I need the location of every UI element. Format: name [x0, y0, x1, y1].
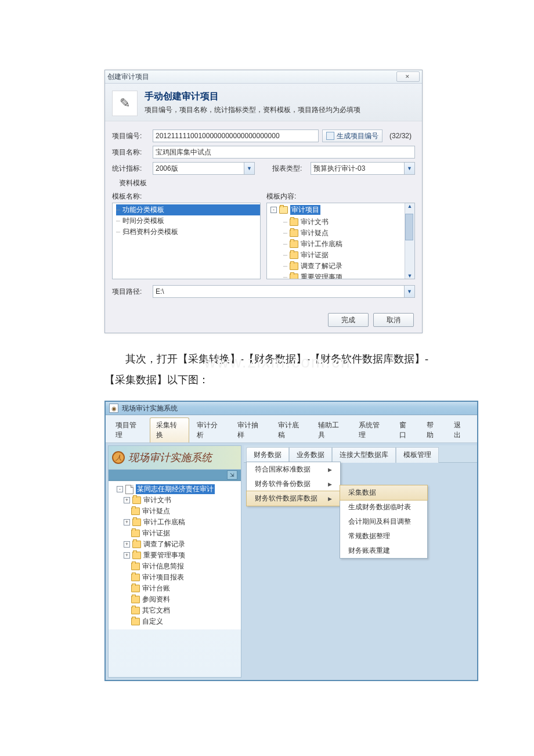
- stat-value: 2006版: [156, 164, 178, 174]
- chevron-right-icon: ▶: [328, 496, 332, 502]
- menu-item[interactable]: 采集转换: [150, 417, 189, 442]
- tab-item[interactable]: 业务数据: [289, 447, 332, 463]
- proj-path-combo[interactable]: E:\ ▼: [153, 285, 415, 298]
- pin-icon[interactable]: ⇲: [227, 470, 237, 480]
- tree-node[interactable]: ┈审计文书: [283, 217, 414, 228]
- dialog-header: ✎ 手动创建审计项目 项目编号，项目名称，统计指标类型，资料模板，项目路径均为必…: [105, 84, 422, 121]
- tpl-name-item[interactable]: ┈功能分类模板: [116, 204, 260, 215]
- tree-node[interactable]: +重要管理事项: [124, 550, 240, 561]
- tree-root[interactable]: -某同志任期经济责任审计: [117, 484, 240, 495]
- tpl-name-label: 模板名称:: [112, 192, 261, 201]
- dialog-heading: 手动创建审计项目: [145, 91, 360, 103]
- tree-node[interactable]: 审计台账: [124, 583, 240, 594]
- menu-item[interactable]: 审计底稿: [272, 417, 311, 442]
- tree-node[interactable]: ┈调查了解记录: [283, 261, 414, 272]
- tab-item[interactable]: 模板管理: [396, 447, 439, 463]
- tree-node[interactable]: 参阅资料: [124, 594, 240, 605]
- tree-node[interactable]: +调查了解记录: [124, 539, 240, 550]
- proj-path-value: E:\: [156, 287, 164, 296]
- window-titlebar: ◉ 现场审计实施系统: [106, 402, 477, 415]
- submenu-item[interactable]: 采集数据: [340, 485, 428, 501]
- proj-name-label: 项目名称:: [112, 147, 149, 157]
- tree-node[interactable]: +审计文书: [124, 495, 240, 506]
- tpl-name-item[interactable]: ┈时间分类模板: [116, 215, 260, 226]
- dialog-subheading: 项目编号，项目名称，统计指标类型，资料模板，项目路径均为必填项: [145, 105, 360, 115]
- tree-node[interactable]: +审计工作底稿: [124, 517, 240, 528]
- tpl-name-list[interactable]: ┈功能分类模板┈时间分类模板┈归档资料分类模板: [112, 203, 261, 279]
- generate-proj-no-button[interactable]: 生成项目编号: [322, 129, 383, 142]
- chevron-right-icon: ▶: [328, 481, 332, 487]
- scroll-thumb[interactable]: [405, 214, 413, 240]
- chevron-down-icon: ▼: [244, 163, 254, 174]
- chevron-right-icon: ▶: [328, 467, 332, 473]
- proj-name-input[interactable]: 宝鸡国库集中试点: [153, 146, 415, 159]
- tab-item[interactable]: 财务数据: [246, 447, 289, 463]
- proj-no-input[interactable]: 20121111100100000000000000000000: [153, 129, 319, 142]
- menu-item[interactable]: 项目管理: [109, 417, 149, 442]
- cancel-button[interactable]: 取消: [373, 313, 414, 327]
- submenu-item[interactable]: 生成财务数据临时表: [340, 500, 427, 514]
- tree-node[interactable]: 审计证据: [124, 528, 240, 539]
- tree-node[interactable]: ┈重要管理事项: [283, 272, 414, 279]
- paragraph-text: 其次，打开【采集转换】-【财务数据】-【财务软件数据库数据】-【采集数据】以下图…: [104, 353, 428, 386]
- project-tree[interactable]: -某同志任期经济责任审计+审计文书审计疑点+审计工作底稿审计证据+调查了解记录+…: [109, 481, 241, 629]
- report-type-value: 预算执行审计-03: [313, 164, 365, 174]
- dialog-button-bar: 完成 取消: [105, 307, 422, 333]
- finish-button[interactable]: 完成: [328, 313, 369, 327]
- tpl-name-item[interactable]: ┈归档资料分类模板: [116, 226, 260, 237]
- tree-node[interactable]: 审计项目报表: [124, 572, 240, 583]
- menu-item[interactable]: 财务软件备份数据▶: [247, 477, 340, 491]
- tpl-content-label: 模板内容:: [266, 192, 415, 201]
- body-paragraph: www.zixin.com.cn 其次，打开【采集转换】-【财务数据】-【财务软…: [104, 348, 430, 390]
- menu-item[interactable]: 审计抽样: [231, 417, 270, 442]
- stat-label: 统计指标:: [112, 164, 149, 174]
- submenu-item[interactable]: 会计期间及科目调整: [340, 514, 427, 529]
- dialog-title: 创建审计项目: [107, 72, 149, 82]
- main-menu-bar: 项目管理采集转换审计分析审计抽样审计底稿辅助工具系统管理窗口帮助退出: [106, 415, 477, 443]
- close-icon[interactable]: ✕: [396, 71, 420, 82]
- chevron-down-icon: ▼: [404, 163, 414, 174]
- report-type-combo[interactable]: 预算执行审计-03 ▼: [311, 162, 415, 175]
- banner-logo-icon: 人: [112, 451, 125, 464]
- tree-node[interactable]: ┈审计工作底稿: [283, 239, 414, 250]
- template-section-label: 资料模板: [119, 178, 415, 188]
- tree-node[interactable]: ┈审计证据: [283, 250, 414, 261]
- left-panel: 人 现场审计实施系统 ⇲ -某同志任期经济责任审计+审计文书审计疑点+审计工作底…: [108, 445, 241, 678]
- report-type-label: 报表类型:: [272, 164, 307, 174]
- tpl-content-tree[interactable]: -审计项目┈审计文书┈审计疑点┈审计工作底稿┈审计证据┈调查了解记录┈重要管理事…: [266, 203, 415, 279]
- right-panel: 财务数据业务数据连接大型数据库模板管理 符合国家标准数据▶财务软件备份数据▶财务…: [244, 445, 477, 678]
- stat-combo[interactable]: 2006版 ▼: [153, 162, 255, 175]
- menu-item[interactable]: 退出: [448, 417, 474, 442]
- menu-item[interactable]: 辅助工具: [312, 417, 351, 442]
- tree-node[interactable]: 其它文档: [124, 605, 240, 616]
- menu-item[interactable]: 帮助: [420, 417, 446, 442]
- dialog-form: 项目编号: 20121111100100000000000000000000 生…: [105, 121, 422, 307]
- tree-node[interactable]: 审计疑点: [124, 506, 240, 517]
- workarea: 人 现场审计实施系统 ⇲ -某同志任期经济责任审计+审计文书审计疑点+审计工作底…: [106, 443, 477, 680]
- menu-item[interactable]: 窗口: [393, 417, 419, 442]
- banner-text: 现场审计实施系统: [128, 451, 212, 465]
- submenu-item[interactable]: 财务账表重建: [340, 543, 427, 558]
- scrollbar[interactable]: ▲ ▼: [405, 203, 414, 279]
- window-title: 现场审计实施系统: [122, 404, 178, 413]
- tree-node[interactable]: ┈审计疑点: [283, 228, 414, 239]
- tree-node[interactable]: 自定义: [124, 616, 240, 627]
- menu-item[interactable]: 符合国家标准数据▶: [247, 462, 340, 477]
- tab-item[interactable]: 连接大型数据库: [332, 447, 396, 463]
- proj-no-label: 项目编号:: [112, 131, 149, 141]
- menu-item[interactable]: 系统管理: [352, 417, 392, 442]
- create-project-dialog: 创建审计项目 ✕ ✎ 手动创建审计项目 项目编号，项目名称，统计指标类型，资料模…: [104, 70, 423, 333]
- scroll-down-icon[interactable]: ▼: [407, 273, 413, 279]
- tree-root[interactable]: -审计项目: [270, 204, 414, 215]
- finance-data-menu: 符合国家标准数据▶财务软件备份数据▶财务软件数据库数据▶: [246, 462, 341, 506]
- audit-system-window: ◉ 现场审计实施系统 项目管理采集转换审计分析审计抽样审计底稿辅助工具系统管理窗…: [104, 401, 478, 681]
- submenu-item[interactable]: 常规数据整理: [340, 529, 427, 543]
- tree-node[interactable]: 审计信息简报: [124, 561, 240, 572]
- menu-item[interactable]: 审计分析: [190, 417, 230, 442]
- db-data-submenu: 采集数据生成财务数据临时表会计期间及科目调整常规数据整理财务账表重建: [340, 485, 428, 559]
- data-source-tabs: 财务数据业务数据连接大型数据库模板管理: [244, 445, 477, 463]
- app-banner: 人 现场审计实施系统: [109, 446, 241, 470]
- pencil-icon: ✎: [112, 91, 138, 116]
- menu-item[interactable]: 财务软件数据库数据▶: [246, 491, 341, 506]
- scroll-up-icon[interactable]: ▲: [407, 203, 413, 209]
